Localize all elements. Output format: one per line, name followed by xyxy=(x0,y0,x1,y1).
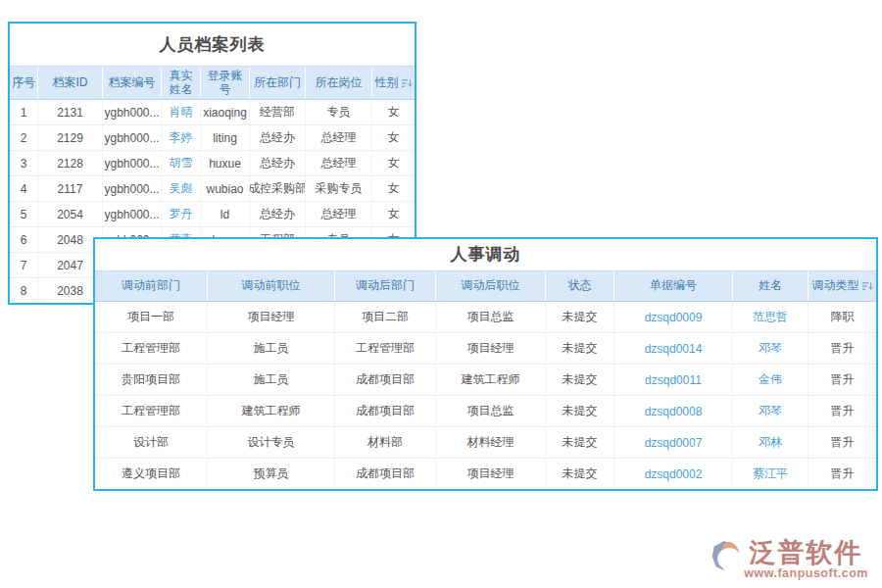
cell: huxue xyxy=(201,151,250,175)
table-row: 52054ygbh000...罗丹ld总经办总经理女 xyxy=(10,201,415,226)
cell-link[interactable]: 金伟 xyxy=(733,365,808,395)
cell: 晋升 xyxy=(808,427,876,458)
cell: 5 xyxy=(10,202,38,226)
cell-link[interactable]: 范思哲 xyxy=(733,302,808,332)
cell-link[interactable]: 蔡江平 xyxy=(733,459,808,489)
cell: 成都项目部 xyxy=(335,459,436,489)
column-header-3[interactable]: 档案编号 xyxy=(103,67,162,99)
cell: 2117 xyxy=(38,176,103,201)
cell: 设计部 xyxy=(95,427,208,458)
column-header-label: 状态 xyxy=(568,279,592,293)
column-header-label: 姓名 xyxy=(759,279,782,293)
column-header-5[interactable]: 状态 xyxy=(546,271,614,301)
cell-link[interactable]: dzsqd0014 xyxy=(614,333,733,364)
cell: ygbh000... xyxy=(103,202,162,226)
cell: 8 xyxy=(10,278,38,303)
cell: 项目经理 xyxy=(436,459,546,489)
cell-link[interactable]: 邓琴 xyxy=(733,333,808,364)
column-header-8[interactable]: 调动类型 xyxy=(808,271,876,301)
cell-link[interactable]: 吴彪 xyxy=(162,176,201,201)
sort-icon[interactable] xyxy=(402,78,413,88)
page: 人员档案列表 序号档案ID档案编号真实姓名登录账号所在部门所在岗位性别 1213… xyxy=(0,0,882,588)
cell: 材料部 xyxy=(335,427,436,458)
cell-link[interactable]: dzsqd0007 xyxy=(614,427,733,458)
cell: 总经办 xyxy=(250,202,306,226)
cell: 6 xyxy=(10,227,38,252)
cell-link[interactable]: 邓琴 xyxy=(733,396,808,426)
cell: 成都项目部 xyxy=(335,365,436,395)
cell-link[interactable]: 胡雪 xyxy=(162,151,201,175)
cell: 未提交 xyxy=(546,427,614,458)
table-row: 贵阳项目部施工员成都项目部建筑工程师未提交dzsqd0011金伟晋升 xyxy=(95,364,876,395)
cell: 晋升 xyxy=(808,333,876,364)
cell: liting xyxy=(201,125,250,150)
column-header-4[interactable]: 真实姓名 xyxy=(162,67,201,99)
column-header-4[interactable]: 调动后职位 xyxy=(436,271,546,301)
column-header-6[interactable]: 所在部门 xyxy=(250,67,306,99)
column-header-label: 所在岗位 xyxy=(316,76,363,90)
sort-icon[interactable] xyxy=(862,281,873,291)
transfer-table-body: 项目一部项目经理项目二部项目总监未提交dzsqd0009范思哲降职工程管理部施工… xyxy=(95,302,876,489)
cell: ygbh000... xyxy=(103,176,162,201)
cell: 2 xyxy=(10,125,38,150)
column-header-3[interactable]: 调动后部门 xyxy=(335,271,436,301)
cell-link[interactable]: dzsqd0002 xyxy=(614,459,733,489)
cell: 女 xyxy=(372,151,415,175)
column-header-7[interactable]: 所在岗位 xyxy=(306,67,372,99)
cell: 总经理 xyxy=(306,151,372,175)
column-header-7[interactable]: 姓名 xyxy=(733,271,808,301)
cell: 成都项目部 xyxy=(335,396,436,426)
table-row: 12131ygbh000...肖晴xiaoqing经营部专员女 xyxy=(10,100,415,124)
cell: 未提交 xyxy=(546,333,614,364)
fanpu-brand-name: 泛普软件 xyxy=(750,538,863,567)
cell: ygbh000... xyxy=(103,125,162,150)
cell: 总经理 xyxy=(306,202,372,226)
cell: 2128 xyxy=(38,151,103,175)
cell: 3 xyxy=(10,151,38,175)
cell: 总经理 xyxy=(306,125,372,150)
cell-link[interactable]: 李婷 xyxy=(162,125,201,150)
column-header-6[interactable]: 单据编号 xyxy=(614,271,733,301)
column-header-2[interactable]: 档案ID xyxy=(38,67,103,99)
table-row: 32128ygbh000...胡雪huxue总经办总经理女 xyxy=(10,150,415,175)
transfer-table-title: 人事调动 xyxy=(95,239,876,270)
column-header-2[interactable]: 调动前职位 xyxy=(208,271,335,301)
cell: ygbh000... xyxy=(103,151,162,175)
column-header-label: 所在部门 xyxy=(254,76,301,90)
cell: 项目经理 xyxy=(208,302,335,332)
column-header-8[interactable]: 性别 xyxy=(372,67,415,99)
cell-link[interactable]: 肖晴 xyxy=(162,100,201,124)
archive-table-header-row: 序号档案ID档案编号真实姓名登录账号所在部门所在岗位性别 xyxy=(10,66,415,100)
table-row: 22129ygbh000...李婷liting总经办总经理女 xyxy=(10,124,415,150)
cell: 女 xyxy=(372,125,415,150)
cell-link[interactable]: dzsqd0009 xyxy=(614,302,733,332)
table-row: 设计部设计专员材料部材料经理未提交dzsqd0007邓林晋升 xyxy=(95,426,876,458)
column-header-label: 单据编号 xyxy=(650,279,697,293)
column-header-5[interactable]: 登录账号 xyxy=(201,67,250,99)
cell: 专员 xyxy=(306,100,372,124)
column-header-label: 调动后职位 xyxy=(462,279,520,293)
cell: 女 xyxy=(372,202,415,226)
cell: 经营部 xyxy=(250,100,306,124)
cell: ld xyxy=(201,202,250,226)
cell: 项目经理 xyxy=(436,333,546,364)
fanpu-logo-icon xyxy=(709,538,742,577)
cell: 成控采购部 xyxy=(250,176,306,201)
cell: 施工员 xyxy=(208,333,335,364)
cell: 7 xyxy=(10,253,38,277)
transfer-table-header-row: 调动前部门调动前职位调动后部门调动后职位状态单据编号姓名调动类型 xyxy=(95,270,876,302)
cell: 材料经理 xyxy=(436,427,546,458)
cell: ygbh000... xyxy=(103,100,162,124)
cell-link[interactable]: 罗丹 xyxy=(162,202,201,226)
cell: 建筑工程师 xyxy=(208,396,335,426)
cell-link[interactable]: dzsqd0011 xyxy=(614,365,733,395)
column-header-label: 调动前部门 xyxy=(122,279,180,293)
cell: 总经办 xyxy=(250,151,306,175)
cell-link[interactable]: 邓林 xyxy=(733,427,808,458)
column-header-1[interactable]: 序号 xyxy=(10,67,38,99)
cell: 未提交 xyxy=(546,365,614,395)
cell-link[interactable]: dzsqd0008 xyxy=(614,396,733,426)
cell: 预算员 xyxy=(208,459,335,489)
column-header-1[interactable]: 调动前部门 xyxy=(95,271,208,301)
cell: 1 xyxy=(10,100,38,124)
